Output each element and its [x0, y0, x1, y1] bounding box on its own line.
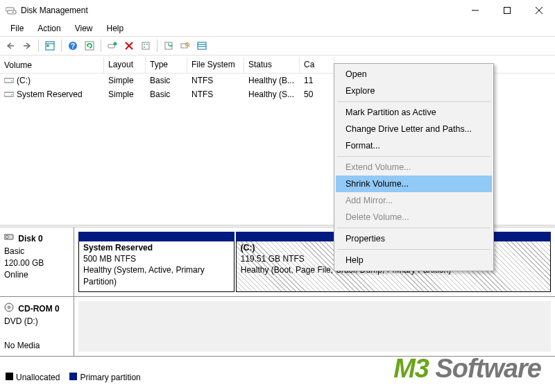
menu-view[interactable]: View [68, 22, 100, 35]
drive-icon [4, 76, 14, 85]
volume-name: (C:) [17, 76, 31, 85]
disk-label[interactable]: CD-ROM 0 DVD (D:) No Media [0, 297, 74, 356]
help-button[interactable]: ? [65, 38, 80, 53]
col-status[interactable]: Status [244, 57, 300, 73]
menu-help[interactable]: Help [100, 22, 131, 35]
svg-rect-14 [85, 42, 94, 50]
cm-explore[interactable]: Explore [336, 83, 492, 99]
col-fs[interactable]: File System [187, 57, 244, 73]
disk-row: CD-ROM 0 DVD (D:) No Media [0, 297, 555, 357]
svg-point-21 [146, 44, 148, 45]
col-volume[interactable]: Volume [0, 57, 104, 73]
close-button[interactable] [523, 0, 555, 21]
disk-label[interactable]: Disk 0 Basic 120.00 GB Online [0, 228, 74, 296]
menu-action[interactable]: Action [31, 22, 67, 35]
svg-rect-2 [12, 12, 14, 12]
svg-rect-11 [47, 45, 49, 47]
svg-text:?: ? [71, 42, 75, 50]
forward-button[interactable] [19, 38, 35, 53]
col-capacity[interactable]: Ca [300, 57, 334, 73]
svg-rect-4 [504, 8, 511, 14]
svg-point-22 [144, 46, 145, 48]
empty-media [78, 301, 551, 352]
watermark: M3 Software [393, 354, 541, 384]
list-button[interactable] [194, 38, 210, 53]
context-menu: Open Explore Mark Partition as Active Ch… [334, 63, 494, 271]
cm-format[interactable]: Format... [336, 137, 492, 154]
window-title: Disk Management [21, 6, 459, 15]
partition-system-reserved[interactable]: System Reserved 500 MB NTFS Healthy (Sys… [78, 232, 234, 292]
svg-rect-31 [11, 80, 12, 81]
svg-point-16 [114, 42, 117, 46]
legend: Unallocated Primary partition [6, 373, 141, 382]
cm-open[interactable]: Open [336, 66, 492, 83]
svg-point-37 [8, 306, 10, 308]
cm-shrink[interactable]: Shrink Volume... [336, 176, 492, 192]
svg-point-20 [144, 44, 145, 45]
drive-icon [4, 90, 14, 99]
col-layout[interactable]: Layout [104, 57, 146, 73]
show-hide-console-tree-button[interactable] [42, 38, 58, 53]
svg-rect-33 [11, 94, 12, 95]
cm-properties[interactable]: Properties [336, 230, 492, 247]
cm-extend: Extend Volume... [336, 159, 492, 176]
delete-button[interactable] [121, 38, 137, 53]
app-icon [6, 6, 17, 15]
menu-bar: File Action View Help [0, 21, 555, 36]
swatch-primary [69, 373, 77, 380]
settings-button[interactable] [105, 38, 120, 53]
svg-line-26 [189, 46, 190, 47]
cdrom-icon [4, 302, 14, 316]
back-button[interactable] [3, 38, 18, 53]
toolbar: ? [0, 36, 555, 56]
svg-rect-27 [198, 42, 206, 49]
refresh-button[interactable] [82, 38, 97, 53]
col-type[interactable]: Type [146, 57, 187, 73]
cm-change-letter[interactable]: Change Drive Letter and Paths... [336, 121, 492, 137]
cm-help[interactable]: Help [336, 252, 492, 269]
properties-button[interactable] [138, 38, 153, 53]
svg-rect-19 [142, 42, 149, 49]
rescan-button[interactable] [161, 38, 176, 53]
cm-mark-active[interactable]: Mark Partition as Active [336, 104, 492, 121]
volume-name: System Reserved [17, 90, 83, 99]
minimize-button[interactable] [459, 0, 491, 21]
svg-point-35 [6, 236, 8, 239]
cm-delete: Delete Volume... [336, 209, 492, 225]
cm-mirror: Add Mirror... [336, 192, 492, 209]
maximize-button[interactable] [491, 0, 523, 21]
title-bar: Disk Management [0, 0, 555, 21]
menu-file[interactable]: File [3, 22, 31, 35]
search-button[interactable] [178, 38, 193, 53]
svg-rect-15 [108, 44, 114, 48]
swatch-unallocated [6, 373, 13, 380]
disk-icon [4, 233, 14, 245]
